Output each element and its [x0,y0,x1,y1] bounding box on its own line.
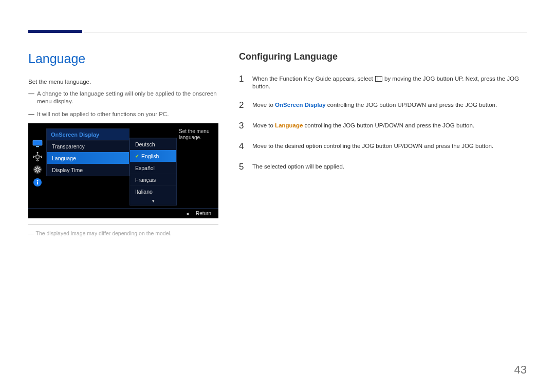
step-item: 2Move to OnScreen Display controlling th… [239,100,527,111]
svg-rect-15 [37,181,38,184]
osd-main-item[interactable]: Display Time [47,164,129,176]
osd-screenshot: OnScreen Display TransparencyLanguageDis… [28,123,218,218]
dash-icon: ― [28,230,34,236]
step-item: 4Move to the desired option controlling … [239,141,527,152]
highlight: OnScreen Display [275,102,325,108]
step-item: 5The selected option will be applied. [239,161,527,173]
back-arrow-icon: ◂ [186,211,189,216]
svg-rect-1 [36,146,39,147]
osd-main-panel: OnScreen Display TransparencyLanguageDis… [46,128,130,176]
highlight: Language [275,122,303,128]
note-text: A change to the language setting will on… [37,90,218,105]
osd-description: Set the menu language. [179,128,215,141]
osd-main-item[interactable]: Language [47,152,129,164]
osd-sub-item[interactable]: Deutsch [130,138,176,150]
chevron-down-icon: ▾ [130,197,176,205]
return-label: Return [196,211,211,216]
footnote: ― The displayed image may differ dependi… [28,230,218,236]
note-item: ― A change to the language setting will … [28,90,218,105]
header-rule [84,32,527,32]
step-text: Move to Language controlling the JOG but… [252,120,527,132]
info-icon [31,177,44,188]
osd-sub-item[interactable]: Italiano [130,185,176,197]
step-number: 3 [239,120,245,132]
note-text: It will not be applied to other function… [37,110,169,118]
osd-iconbar [30,139,45,188]
section-title: Language [28,51,218,66]
osd-sub-item[interactable]: Español [130,162,176,174]
intro-text: Set the menu language. [28,79,218,85]
osd-main-item[interactable]: Transparency [47,140,129,152]
step-number: 4 [239,141,245,152]
step-text: Move to the desired option controlling t… [252,141,527,152]
dash-icon: ― [28,90,34,105]
svg-rect-2 [36,155,39,158]
step-number: 1 [239,73,245,90]
page-number: 43 [514,363,527,377]
step-item: 1When the Function Key Guide appears, se… [239,73,527,90]
osd-sub-item[interactable]: ✔English [130,150,176,162]
step-text: Move to OnScreen Display controlling the… [252,100,527,111]
monitor-icon [31,139,44,149]
step-number: 2 [239,100,245,111]
svg-point-14 [37,180,38,181]
header-accent [28,30,82,33]
step-item: 3Move to Language controlling the JOG bu… [239,120,527,132]
step-text: When the Function Key Guide appears, sel… [252,73,527,90]
note-item: ― It will not be applied to other functi… [28,110,218,118]
step-text: The selected option will be applied. [252,161,527,173]
footnote-text: The displayed image may differ depending… [36,230,172,236]
check-icon: ✔ [135,154,139,159]
dash-icon: ― [28,110,34,118]
osd-sub-panel: Deutsch✔EnglishEspañolFrançaisItaliano ▾ [130,138,177,206]
svg-rect-0 [33,140,42,145]
osd-footer: ◂ Return [28,208,218,218]
osd-main-title: OnScreen Display [47,129,129,140]
menu-icon [375,76,382,82]
nav-cross-icon [31,152,44,162]
step-number: 5 [239,161,245,173]
osd-sub-item[interactable]: Français [130,174,176,185]
gear-icon [31,164,44,175]
subsection-title: Configuring Language [239,51,527,62]
separator-rule [28,225,218,225]
